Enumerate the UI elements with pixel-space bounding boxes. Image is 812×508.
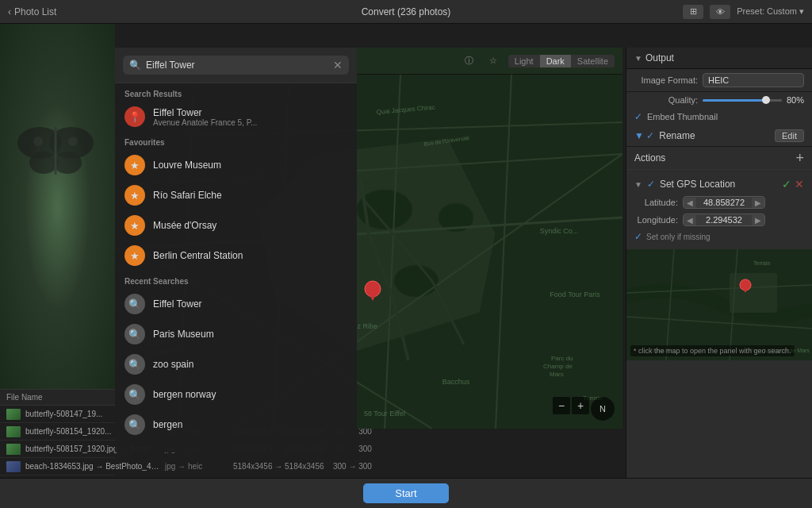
recent-paris-museum[interactable]: 🔍 Paris Museum: [115, 319, 357, 349]
mini-map[interactable]: Trocadéro Parc du Champ de Mars Terrain …: [626, 249, 812, 360]
svg-text:Mars: Mars: [550, 371, 564, 378]
recent-name: zoo spain: [153, 359, 347, 370]
search-icon: 🔍: [129, 60, 141, 71]
svg-text:Syndic Co...: Syndic Co...: [540, 227, 579, 235]
file-row-2[interactable]: butterfly-508154_1920... jpg → heic 1920…: [0, 423, 115, 441]
file-row-3[interactable]: butterfly-508157_1920.jpg → BestPhoto_3.…: [0, 441, 115, 458]
mini-map-svg: Trocadéro Parc du Champ de Mars Terrain: [626, 249, 812, 360]
start-bar: Start: [0, 478, 812, 508]
back-arrow-icon: ‹: [8, 6, 11, 17]
quality-slider[interactable]: [703, 99, 782, 102]
longitude-increase-button[interactable]: ▶: [752, 215, 764, 225]
gps-x-icon[interactable]: ✕: [795, 178, 804, 190]
zoom-plus-button[interactable]: +: [572, 397, 589, 414]
file-row-4[interactable]: beach-1834653.jpg → BestPhoto_4.heic jpg…: [0, 458, 115, 475]
image-format-row: Image Format: HEIC JPEG PNG TIFF: [626, 69, 812, 92]
recent-icon: 🔍: [124, 324, 145, 344]
map-mode-satellite[interactable]: Satellite: [571, 55, 615, 67]
edit-button[interactable]: Edit: [775, 129, 804, 142]
recent-eiffel[interactable]: 🔍 Eiffel Tower: [115, 289, 357, 319]
recent-zoo-spain[interactable]: 🔍 zoo spain: [115, 349, 357, 379]
preset-label[interactable]: Preset: Custom ▾: [737, 6, 804, 17]
recent-searches-label: Recent Searches: [115, 271, 357, 289]
right-panel: ▼ Output Image Format: HEIC JPEG PNG TIF…: [626, 48, 812, 508]
svg-text:58 Tour Eiffel: 58 Tour Eiffel: [364, 410, 405, 418]
start-button[interactable]: Start: [363, 483, 448, 503]
map-mode-dark[interactable]: Dark: [540, 55, 571, 67]
set-only-checkbox[interactable]: ✓: [634, 231, 642, 242]
favourites-label: Favourites: [115, 132, 357, 150]
fav-rio-safari[interactable]: ★ Río Safari Elche: [115, 180, 357, 210]
butterfly-image: [16, 119, 95, 183]
rename-label: Rename: [659, 130, 770, 141]
search-results-label: Search Results: [115, 83, 357, 102]
gps-checkbox[interactable]: ✓: [647, 179, 655, 190]
recent-name: bergen norway: [153, 389, 347, 400]
info-icon[interactable]: ⓘ: [460, 53, 478, 68]
set-only-label: Set only if missing: [646, 233, 710, 241]
quality-label: Quality:: [634, 95, 698, 105]
gps-arrow-icon: ▼: [634, 180, 642, 189]
gps-ok-icon[interactable]: ✓: [782, 178, 791, 190]
latitude-label: Latitude:: [634, 198, 678, 207]
svg-text:Parc du: Parc du: [551, 355, 573, 362]
longitude-decrease-button[interactable]: ◀: [684, 215, 696, 225]
svg-text:Terrain: Terrain: [753, 260, 771, 266]
search-bar: 🔍 ✕: [115, 48, 357, 83]
actions-label: Actions: [634, 152, 791, 164]
embed-thumbnail-checkbox[interactable]: ✓: [634, 111, 642, 122]
eye-icon[interactable]: 👁: [710, 5, 730, 19]
latitude-decrease-button[interactable]: ◀: [684, 198, 696, 208]
rename-checkbox[interactable]: ▼ ✓: [634, 130, 654, 141]
fav-musee-dorsay[interactable]: ★ Musée d'Orsay: [115, 210, 357, 241]
longitude-value: 2.294532: [696, 214, 752, 225]
svg-text:Food Tour Paris: Food Tour Paris: [550, 291, 600, 298]
latitude-row: Latitude: ◀ 48.858272 ▶: [626, 194, 812, 211]
file-dpi: 300 → 300: [333, 462, 396, 471]
file-thumb: [6, 426, 21, 437]
actions-row: Actions +: [626, 147, 812, 169]
recent-icon: 🔍: [124, 384, 145, 405]
output-section-header: ▼ Output: [626, 48, 812, 69]
gps-actions: ✓ ✕: [782, 178, 804, 190]
recent-icon: 🔍: [124, 414, 145, 435]
search-panel: 🔍 ✕ Search Results 📍 Eiffel Tower Avenue…: [115, 48, 357, 452]
main-area: File Name butterfly-508147_19... butterf…: [0, 24, 812, 508]
add-action-button[interactable]: +: [795, 151, 804, 165]
star-fav-icon: ★: [124, 155, 145, 175]
fav-louvre[interactable]: ★ Louvre Museum: [115, 150, 357, 180]
map-mode-light[interactable]: Light: [508, 55, 540, 67]
clear-search-button[interactable]: ✕: [333, 59, 343, 71]
file-row-1[interactable]: butterfly-508147_19...: [0, 406, 115, 423]
star-icon[interactable]: ☆: [485, 54, 502, 67]
embed-thumbnail-row: ✓ Embed Thumbnail: [626, 108, 812, 125]
recent-icon: 🔍: [124, 294, 145, 314]
recent-name: Eiffel Tower: [153, 298, 347, 310]
file-thumb: [6, 461, 21, 472]
set-only-row: ✓ Set only if missing: [626, 229, 812, 244]
search-result-eiffel-tower[interactable]: 📍 Eiffel Tower Avenue Anatole France 5, …: [115, 102, 357, 132]
back-button[interactable]: ‹ Photo List: [8, 6, 56, 17]
result-name: Eiffel Tower: [153, 107, 347, 118]
photo-panel: File Name butterfly-508147_19... butterf…: [0, 24, 115, 508]
latitude-increase-button[interactable]: ▶: [752, 198, 764, 208]
svg-point-6: [68, 137, 78, 146]
recent-bergen[interactable]: 🔍 bergen: [115, 410, 357, 440]
svg-point-3: [53, 152, 82, 174]
image-format-select[interactable]: HEIC JPEG PNG TIFF: [703, 73, 804, 87]
file-thumb: [6, 409, 21, 420]
recent-bergen-norway[interactable]: 🔍 bergen norway: [115, 379, 357, 410]
grid-view-icon[interactable]: ⊞: [683, 5, 703, 19]
fav-berlin-central[interactable]: ★ Berlin Central Station: [115, 241, 357, 271]
gps-header: ▼ ✓ Set GPS Location ✓ ✕: [626, 175, 812, 194]
zoom-minus-button[interactable]: −: [553, 397, 570, 414]
map-mode-group: Light Dark Satellite: [508, 55, 615, 67]
file-size: 5184x3456 → 5184x3456: [233, 462, 328, 471]
search-input[interactable]: [146, 60, 328, 71]
svg-text:Champ de: Champ de: [543, 363, 573, 370]
output-arrow-icon: ▼: [634, 54, 642, 63]
location-icon: 📍: [124, 106, 145, 127]
fav-name: Río Safari Elche: [153, 190, 347, 201]
photo-background: [0, 24, 115, 389]
quality-row: Quality: 80%: [626, 92, 812, 108]
